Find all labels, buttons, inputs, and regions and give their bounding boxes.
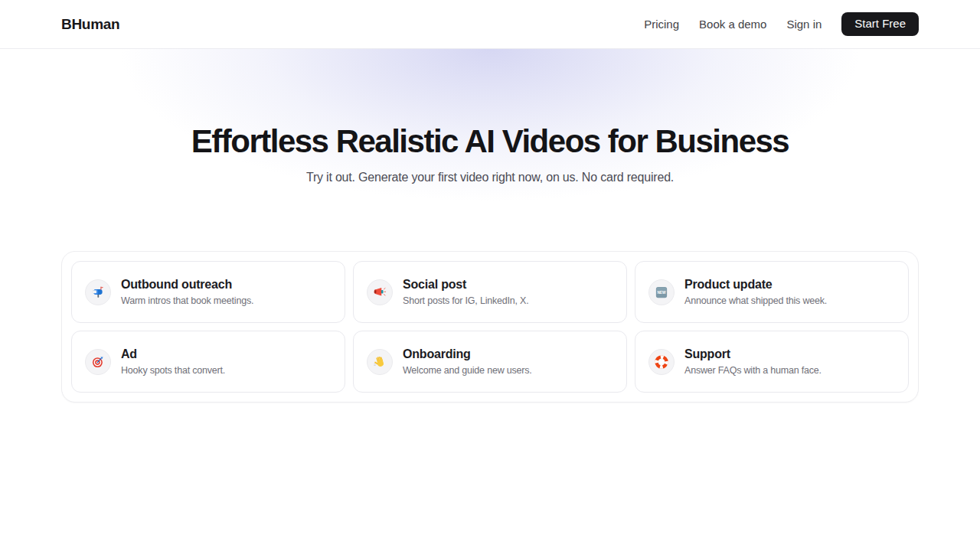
use-case-card-outbound-outreach[interactable]: Outbound outreach Warm intros that book … [71,261,345,323]
brand-logo[interactable]: BHuman [61,16,119,33]
use-case-grid: Outbound outreach Warm intros that book … [71,261,909,393]
waving-hand-icon [367,349,393,375]
life-ring-icon [648,349,675,375]
use-case-card-support[interactable]: Support Answer FAQs with a human face. [635,331,909,393]
card-description: Welcome and guide new users. [403,365,532,376]
mailbox-icon [85,279,111,305]
header-nav: Pricing Book a demo Sign in Start Free [644,12,919,36]
nav-book-a-demo[interactable]: Book a demo [699,18,766,31]
use-case-card-product-update[interactable]: NEW Product update Announce what shipped… [635,261,909,323]
megaphone-icon [367,279,393,305]
top-nav: BHuman Pricing Book a demo Sign in Start… [0,0,980,49]
use-case-card-ad[interactable]: Ad Hooky spots that convert. [71,331,345,393]
card-description: Announce what shipped this week. [684,295,827,306]
hero-title: Effortless Realistic AI Videos for Busin… [0,123,980,160]
use-case-card-social-post[interactable]: Social post Short posts for IG, LinkedIn… [353,261,627,323]
card-title: Ad [121,347,225,361]
use-case-panel: Outbound outreach Warm intros that book … [61,251,919,403]
hero-section: Effortless Realistic AI Videos for Busin… [0,49,980,184]
start-free-button[interactable]: Start Free [841,12,919,36]
hero-subtitle: Try it out. Generate your first video ri… [0,171,980,184]
nav-pricing[interactable]: Pricing [644,18,679,31]
card-description: Hooky spots that convert. [121,365,225,376]
card-title: Onboarding [403,347,532,361]
card-description: Short posts for IG, LinkedIn, X. [403,295,529,306]
use-case-card-onboarding[interactable]: Onboarding Welcome and guide new users. [353,331,627,393]
nav-sign-in[interactable]: Sign in [786,18,822,31]
card-description: Warm intros that book meetings. [121,295,253,306]
card-title: Product update [684,278,827,292]
card-title: Support [684,347,822,361]
target-icon [85,349,111,375]
new-badge-icon: NEW [648,279,675,305]
card-title: Outbound outreach [121,278,253,292]
svg-text:NEW: NEW [657,291,666,295]
card-description: Answer FAQs with a human face. [684,365,822,376]
card-title: Social post [403,278,529,292]
page-main: Effortless Realistic AI Videos for Busin… [0,49,980,403]
